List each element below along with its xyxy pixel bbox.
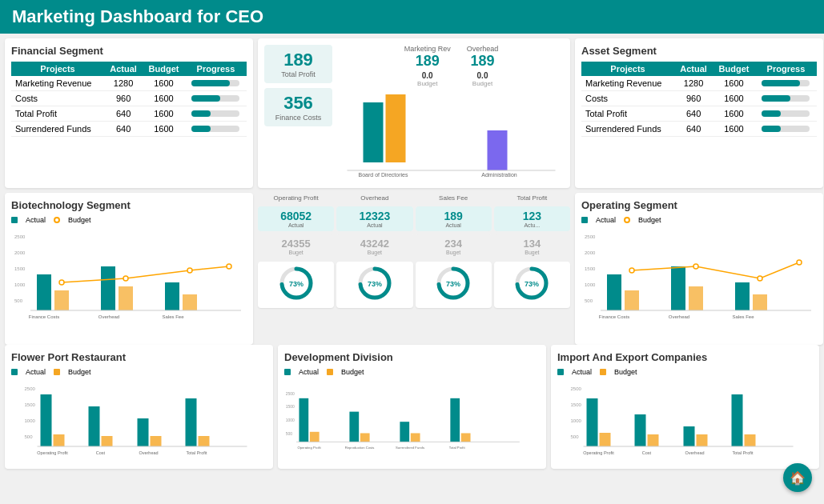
svg-text:2000: 2000 <box>585 250 596 255</box>
col-actual: Actual <box>104 62 143 76</box>
financial-segment-title: Financial Segment <box>11 45 247 57</box>
marketing-rev-actual: 189 <box>404 53 451 70</box>
budget-val: 1600 <box>713 76 755 91</box>
dev-legend-budget: Budget <box>341 368 364 376</box>
actual-sub: Actu... <box>497 222 567 228</box>
budget-val: 1600 <box>143 91 185 106</box>
finance-costs-value: 356 <box>272 93 324 114</box>
stat-card-actual: 123Actu... <box>494 206 570 231</box>
actual-val: 640 <box>674 122 713 137</box>
project-name: Total Profit <box>581 106 674 122</box>
progress-bar-container <box>191 80 239 86</box>
ie-legend-actual: Actual <box>572 368 592 376</box>
bio-legend-actual: Actual <box>26 216 46 224</box>
progress-bar-cell <box>185 76 247 91</box>
svg-point-18 <box>123 276 128 281</box>
donut-pct: 73% <box>289 280 303 288</box>
progress-bar <box>191 110 211 117</box>
overhead-actual: 189 <box>467 53 499 70</box>
actual-value: 68052 <box>261 210 331 222</box>
budget-val: 1600 <box>713 91 755 106</box>
bio-legend-budget-dot <box>54 217 60 223</box>
donut-svg: 73% <box>277 264 316 302</box>
stat-card-budget: 24355Buget <box>258 234 334 258</box>
svg-point-45 <box>693 264 698 269</box>
asset-col-progress: Progress <box>755 62 817 76</box>
dev-legend-actual: Actual <box>299 368 319 376</box>
svg-rect-91 <box>600 433 611 446</box>
total-profit-value: 189 <box>272 50 324 70</box>
fp-legend-budget-dot <box>54 369 60 375</box>
progress-bar <box>762 126 781 132</box>
biotechnology-card: Biotechnology Segment Actual Budget 2500… <box>5 193 253 345</box>
svg-rect-74 <box>310 432 320 442</box>
flower-port-card: Flower Port Restaurant Actual Budget 250… <box>5 345 273 469</box>
stat-card-actual: 189Actual <box>416 206 492 231</box>
svg-text:500: 500 <box>25 434 34 439</box>
svg-text:500: 500 <box>14 298 23 303</box>
progress-bar-cell <box>185 122 247 137</box>
svg-rect-93 <box>648 434 659 446</box>
import-export-title: Import And Export Companies <box>557 351 813 363</box>
actual-val: 640 <box>104 106 143 122</box>
svg-rect-11 <box>37 274 51 310</box>
progress-bar-cell <box>755 76 817 91</box>
ie-legend-budget-dot <box>600 369 606 375</box>
stat-card-budget: 134Buget <box>494 234 570 258</box>
progress-bar <box>191 126 211 132</box>
fab-button[interactable]: 🏠 <box>783 463 812 492</box>
svg-text:2000: 2000 <box>14 250 26 255</box>
svg-rect-58 <box>89 406 100 446</box>
fab-icon: 🏠 <box>790 470 806 486</box>
budget-stats: 24355Buget43242Buget234Buget134Buget <box>258 234 570 258</box>
stat-label-oh: Overhead <box>336 193 412 203</box>
progress-bar <box>762 110 781 117</box>
progress-bar-cell <box>185 106 247 122</box>
budget-value: 24355 <box>261 238 331 250</box>
overhead-budget-val: 0.0 <box>467 71 499 80</box>
svg-text:Total Profit: Total Profit <box>733 450 754 455</box>
svg-text:2500: 2500 <box>286 391 295 396</box>
svg-text:1000: 1000 <box>286 418 295 422</box>
donut-card: 73% <box>258 262 334 308</box>
donut-card: 73% <box>494 262 570 308</box>
budget-sub: Buget <box>340 250 409 255</box>
svg-text:Sales Fee: Sales Fee <box>162 314 184 319</box>
op-chart: 2500 2000 1500 1000 500 Finance Costs Ov… <box>581 226 817 322</box>
stat-label-tp: Total Profit <box>494 193 570 203</box>
svg-rect-16 <box>183 294 197 310</box>
fp-legend-actual: Actual <box>26 368 46 376</box>
progress-bar <box>191 80 230 86</box>
svg-rect-75 <box>349 412 359 442</box>
actual-sub: Actual <box>419 222 488 228</box>
overhead-label: Overhead <box>467 45 499 53</box>
svg-rect-77 <box>400 422 409 442</box>
svg-text:2500: 2500 <box>585 234 596 239</box>
col-budget: Budget <box>143 62 185 76</box>
progress-bar-container <box>762 110 810 117</box>
op-legend-budget-dot <box>624 217 630 223</box>
operating-title: Operating Segment <box>581 199 817 211</box>
kpi-left: 189 Total Profit 356 Finance Costs <box>264 45 332 182</box>
svg-text:Finance Costs: Finance Costs <box>29 314 59 319</box>
svg-rect-63 <box>199 436 210 446</box>
actual-val: 640 <box>674 106 713 122</box>
bio-legend: Actual Budget <box>11 216 247 224</box>
actual-stats: 68052Actual12323Actual189Actual123Actu..… <box>258 206 570 231</box>
fp-legend-actual-dot <box>11 369 18 375</box>
actual-value: 189 <box>419 210 488 222</box>
bio-legend-actual-dot <box>11 217 18 223</box>
stats-grid: Operating Profit Overhead Sales Fee Tota… <box>258 193 570 203</box>
total-profit-kpi: 189 Total Profit <box>264 45 332 83</box>
biotechnology-title: Biotechnology Segment <box>11 199 247 211</box>
svg-rect-42 <box>735 282 750 310</box>
flower-port-title: Flower Port Restaurant <box>11 351 267 363</box>
donut-pct: 73% <box>525 280 539 288</box>
svg-text:1500: 1500 <box>286 404 295 409</box>
budget-value: 234 <box>419 238 488 250</box>
project-name: Costs <box>581 91 674 106</box>
svg-point-19 <box>187 268 192 273</box>
svg-text:Operating Profit: Operating Profit <box>583 450 614 455</box>
svg-text:Overhead: Overhead <box>98 314 119 319</box>
stat-card-actual: 68052Actual <box>258 206 334 231</box>
